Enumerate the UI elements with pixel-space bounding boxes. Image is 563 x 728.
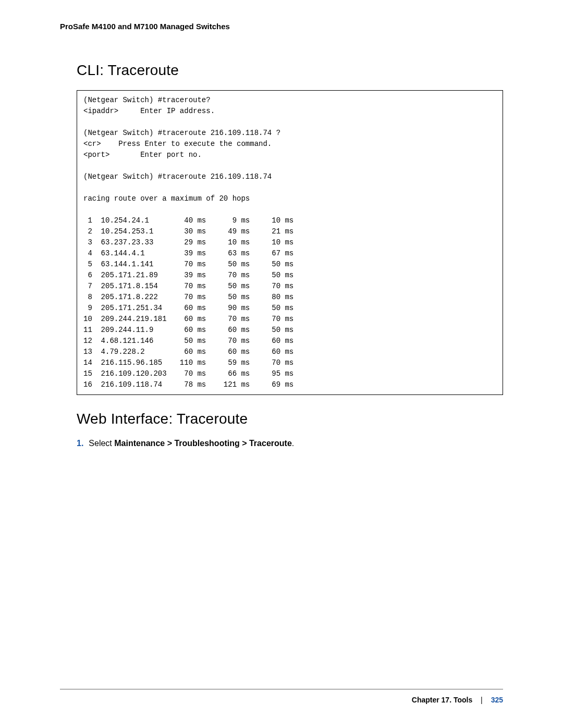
running-header: ProSafe M4100 and M7100 Managed Switches — [60, 22, 503, 31]
heading-web-interface-traceroute: Web Interface: Traceroute — [77, 411, 503, 427]
footer-chapter: Chapter 17. Tools — [412, 696, 472, 704]
heading-cli-traceroute: CLI: Traceroute — [77, 62, 503, 79]
step-bold-path: Maintenance > Troubleshooting > Tracerou… — [114, 439, 292, 448]
step-suffix: . — [292, 439, 294, 448]
footer-page-number: 325 — [491, 696, 503, 704]
footer-separator: | — [481, 696, 483, 704]
step-1: 1.Select Maintenance > Troubleshooting >… — [77, 439, 503, 448]
page-footer: Chapter 17. Tools | 325 — [60, 689, 503, 704]
step-prefix: Select — [89, 439, 114, 448]
step-number: 1. — [77, 439, 83, 448]
cli-output-box: (Netgear Switch) #traceroute? <ipaddr> E… — [77, 90, 503, 395]
